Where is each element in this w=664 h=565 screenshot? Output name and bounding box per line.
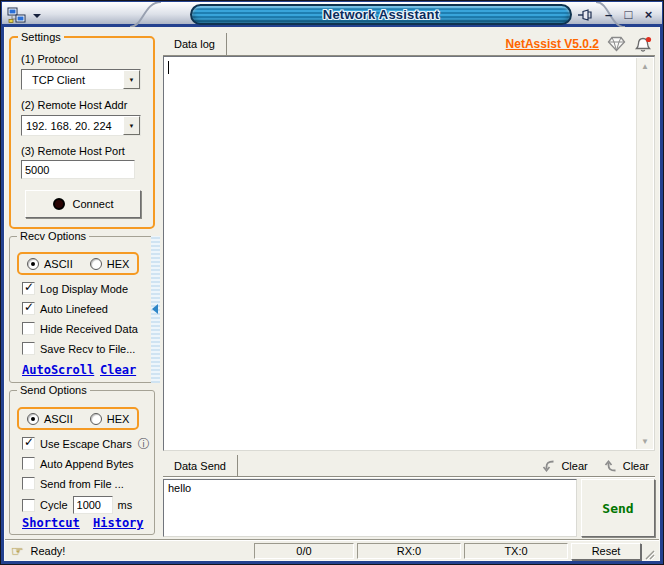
reset-button-label: Reset bbox=[592, 545, 621, 557]
recv-options-legend: Recv Options bbox=[17, 230, 89, 242]
data-send-tabrow: Data Send Clear Clear bbox=[163, 455, 655, 477]
recv-option-row[interactable]: Save Recv to File... bbox=[22, 342, 135, 355]
clear-send-label: Clear bbox=[623, 460, 649, 472]
menu-dropdown-arrow-icon bbox=[33, 14, 41, 18]
netassist-version-link[interactable]: NetAssist V5.0.2 bbox=[506, 37, 599, 51]
recv-clear-link[interactable]: Clear bbox=[100, 363, 136, 377]
recv-ascii-radio[interactable] bbox=[27, 258, 39, 270]
arrow-up-icon bbox=[604, 459, 618, 473]
bell-notification-icon[interactable] bbox=[634, 36, 652, 53]
data-log-scrollbar[interactable]: ▲ ▼ bbox=[636, 58, 653, 449]
tab-data-log[interactable]: Data log bbox=[163, 33, 227, 55]
gem-icon[interactable] bbox=[607, 36, 626, 52]
system-menu-button[interactable] bbox=[7, 5, 45, 25]
send-option-row[interactable]: ✓ Use Escape Chars ⓘ bbox=[22, 437, 150, 450]
send-button[interactable]: Send bbox=[581, 479, 655, 537]
settings-group: Settings (1) Protocol TCP Client ▼ (2) R… bbox=[9, 36, 155, 229]
info-icon[interactable]: ⓘ bbox=[138, 439, 150, 449]
data-log-textarea[interactable]: ▲ ▼ bbox=[163, 56, 655, 451]
history-link[interactable]: History bbox=[93, 516, 144, 530]
recv-option-row[interactable]: Hide Received Data bbox=[22, 322, 138, 335]
recv-option-row[interactable]: ✓ Log Display Mode bbox=[22, 282, 128, 295]
check-icon: ✓ bbox=[24, 300, 34, 314]
connection-state-icon bbox=[53, 198, 65, 210]
maximize-button[interactable]: □ bbox=[621, 5, 636, 23]
scroll-up-icon[interactable]: ▲ bbox=[637, 58, 653, 74]
clear-recv-label: Clear bbox=[561, 460, 587, 472]
send-options-group: Send Options ASCII HEX ✓ Use Escape Char… bbox=[9, 390, 155, 535]
minimize-button[interactable]: – bbox=[601, 5, 616, 23]
protocol-select[interactable]: TCP Client ▼ bbox=[21, 69, 141, 90]
remote-port-input[interactable] bbox=[21, 160, 135, 179]
recv-format-radiobox: ASCII HEX bbox=[17, 252, 139, 275]
hide-received-data-label: Hide Received Data bbox=[40, 323, 138, 335]
auto-append-bytes-label: Auto Append Bytes bbox=[40, 458, 134, 470]
send-from-file-checkbox[interactable] bbox=[22, 477, 35, 490]
auto-linefeed-checkbox[interactable]: ✓ bbox=[22, 302, 35, 315]
check-icon: ✓ bbox=[24, 280, 34, 294]
send-option-row[interactable]: Auto Append Bytes bbox=[22, 457, 134, 470]
log-display-mode-label: Log Display Mode bbox=[40, 283, 128, 295]
scroll-down-icon[interactable]: ▼ bbox=[637, 433, 653, 449]
shortcut-link[interactable]: Shortcut bbox=[22, 516, 80, 530]
send-ascii-radio[interactable] bbox=[27, 413, 39, 425]
send-options-legend: Send Options bbox=[17, 384, 90, 396]
protocol-value: TCP Client bbox=[22, 74, 123, 86]
cycle-unit-label: ms bbox=[118, 499, 133, 511]
cycle-interval-input[interactable] bbox=[73, 496, 113, 514]
title-bar: Network Assistant – □ × bbox=[2, 2, 662, 27]
network-app-icon bbox=[7, 7, 27, 24]
recv-ascii-label: ASCII bbox=[44, 258, 73, 270]
send-from-file-label: Send from File ... bbox=[40, 478, 124, 490]
app-window: Network Assistant – □ × Settings (1) Pro… bbox=[0, 0, 664, 565]
tx-counter-panel: TX:0 bbox=[464, 543, 568, 559]
status-bar: ☞ Ready! 0/0 RX:0 TX:0 Reset bbox=[5, 539, 659, 561]
send-format-radiobox: ASCII HEX bbox=[17, 407, 139, 430]
cycle-row[interactable]: Cycle ms bbox=[22, 496, 132, 514]
send-option-row[interactable]: Send from File ... bbox=[22, 477, 124, 490]
cycle-label: Cycle bbox=[40, 499, 68, 511]
resize-grip[interactable] bbox=[644, 549, 655, 560]
clear-recv-button[interactable]: Clear bbox=[542, 459, 587, 473]
packet-counter-panel: 0/0 bbox=[254, 543, 354, 559]
cycle-checkbox[interactable] bbox=[22, 499, 35, 512]
clear-buttons-area: Clear Clear bbox=[542, 459, 655, 473]
recv-hex-radio[interactable] bbox=[90, 258, 102, 270]
window-controls: – □ × bbox=[601, 5, 656, 23]
remote-host-value: 192. 168. 20. 224 bbox=[22, 120, 123, 132]
remote-host-select[interactable]: 192. 168. 20. 224 ▼ bbox=[21, 115, 141, 136]
status-ready: ☞ Ready! bbox=[11, 543, 251, 559]
pin-icon[interactable] bbox=[577, 8, 594, 22]
collapse-chevron-icon[interactable] bbox=[152, 304, 158, 314]
reset-button[interactable]: Reset bbox=[571, 543, 641, 560]
send-hex-radio[interactable] bbox=[90, 413, 102, 425]
remote-host-dropdown-button[interactable]: ▼ bbox=[123, 116, 140, 135]
use-escape-chars-label: Use Escape Chars bbox=[40, 438, 132, 450]
autoscroll-link[interactable]: AutoScroll bbox=[22, 363, 94, 377]
settings-legend: Settings bbox=[18, 31, 64, 43]
arrow-down-icon bbox=[542, 459, 556, 473]
close-button[interactable]: × bbox=[641, 5, 656, 23]
panel-splitter[interactable] bbox=[151, 236, 160, 383]
save-recv-to-file-checkbox[interactable] bbox=[22, 342, 35, 355]
save-recv-to-file-label: Save Recv to File... bbox=[40, 343, 135, 355]
recv-option-row[interactable]: ✓ Auto Linefeed bbox=[22, 302, 108, 315]
auto-append-bytes-checkbox[interactable] bbox=[22, 457, 35, 470]
window-title: Network Assistant bbox=[323, 7, 439, 22]
auto-linefeed-label: Auto Linefeed bbox=[40, 303, 108, 315]
data-log-tabrow: Data log NetAssist V5.0.2 bbox=[163, 33, 655, 56]
text-caret bbox=[168, 61, 169, 74]
send-button-label: Send bbox=[602, 501, 633, 516]
clear-send-button[interactable]: Clear bbox=[604, 459, 649, 473]
rx-counter-panel: RX:0 bbox=[357, 543, 461, 559]
connect-button[interactable]: Connect bbox=[25, 190, 141, 218]
tab-data-send[interactable]: Data Send bbox=[163, 455, 238, 476]
log-display-mode-checkbox[interactable]: ✓ bbox=[22, 282, 35, 295]
hide-received-data-checkbox[interactable] bbox=[22, 322, 35, 335]
use-escape-chars-checkbox[interactable]: ✓ bbox=[22, 437, 35, 450]
send-message-textarea[interactable]: hello bbox=[163, 479, 577, 537]
remote-host-label: (2) Remote Host Addr bbox=[21, 99, 127, 111]
protocol-dropdown-button[interactable]: ▼ bbox=[123, 70, 140, 89]
connect-button-label: Connect bbox=[73, 198, 114, 210]
check-icon: ✓ bbox=[24, 435, 34, 449]
